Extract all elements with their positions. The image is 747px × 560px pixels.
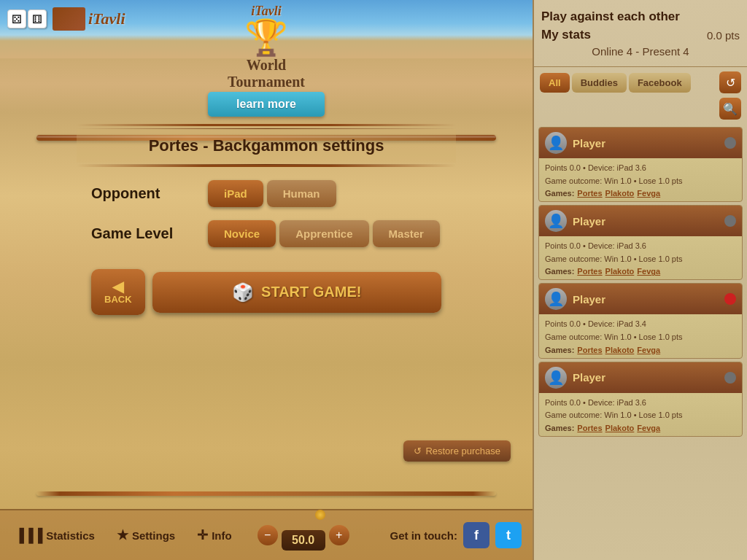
player-card-4-body: Points 0.0 • Device: iPad 3.6 Game outco…	[539, 393, 742, 436]
player-4-portes[interactable]: Portes	[577, 424, 602, 432]
player-1-portes[interactable]: Portes	[577, 189, 602, 198]
player-1-games-label: Games:	[545, 189, 574, 198]
player-card-1-header: 👤 Player	[539, 128, 742, 158]
player-2-avatar: 👤	[545, 210, 567, 232]
twitter-social-button[interactable]: t	[495, 522, 522, 548]
player-1-avatar: 👤	[545, 132, 567, 154]
player-3-indicator	[724, 293, 736, 305]
player-3-fevga[interactable]: Fevga	[637, 346, 660, 354]
learn-more-button[interactable]: learn more	[208, 92, 325, 117]
player-2-portes[interactable]: Portes	[577, 267, 602, 276]
filter-tabs: All Buddies Facebook ↺	[534, 67, 747, 98]
player-4-fevga[interactable]: Fevga	[637, 424, 660, 432]
player-3-stats-line2: Game outcome: Win 1.0 • Lose 1.0 pts	[545, 331, 736, 344]
player-card-2-header: 👤 Player	[539, 206, 742, 236]
player-3-avatar: 👤	[545, 288, 567, 310]
tournament-line2: Tournament	[208, 74, 325, 90]
level-apprentice-btn[interactable]: Apprentice	[279, 220, 368, 247]
statistics-icon: ▐▐▐	[15, 528, 42, 543]
player-4-games-label: Games:	[545, 424, 574, 432]
player-3-plakoto[interactable]: Plakoto	[605, 346, 635, 354]
volume-increase-button[interactable]: +	[329, 525, 349, 545]
player-1-indicator	[724, 137, 736, 149]
player-4-name: Player	[573, 371, 719, 384]
player-card-3-body: Points 0.0 • Device: iPad 3.4 Game outco…	[539, 314, 742, 357]
player-1-name: Player	[573, 137, 719, 149]
tournament-title-top: iTavli	[208, 4, 325, 19]
player-card-3-header: 👤 Player	[539, 284, 742, 314]
back-button[interactable]: ◀ BACK	[91, 269, 145, 315]
right-panel-header: Play against each other My stats 0.0 pts…	[534, 0, 747, 67]
player-4-stats-line2: Game outcome: Win 1.0 • Lose 1.0 pts	[545, 409, 736, 422]
tab-buddies[interactable]: Buddies	[572, 73, 627, 93]
search-icon: 🔍	[723, 102, 738, 116]
player-2-plakoto[interactable]: Plakoto	[605, 267, 635, 276]
player-4-stats-line1: Points 0.0 • Device: iPad 3.6	[545, 397, 736, 410]
player-card-4-header: 👤 Player	[539, 362, 742, 393]
player-4-indicator	[724, 372, 736, 384]
player-4-avatar: 👤	[545, 367, 567, 389]
logo-text: iTavli	[88, 9, 125, 28]
info-button[interactable]: ✛ Info	[193, 524, 236, 547]
player-card-1: 👤 Player Points 0.0 • Device: iPad 3.6 G…	[538, 127, 743, 202]
opponent-ipad-btn[interactable]: iPad	[208, 180, 263, 207]
player-4-games-row: Games: Portes Plakoto Fevga	[545, 424, 736, 432]
trophy-icon: 🏆	[208, 20, 325, 55]
settings-button[interactable]: ★ Settings	[113, 524, 179, 547]
player-1-fevga[interactable]: Fevga	[637, 189, 660, 198]
dice-image: ⚄ ⚅	[7, 9, 47, 28]
player-3-games-label: Games:	[545, 346, 574, 354]
volume-control: − 50.0 +	[258, 520, 349, 551]
statistics-label: Statistics	[46, 529, 95, 542]
level-novice-btn[interactable]: Novice	[208, 220, 276, 247]
die-1: ⚄	[7, 9, 26, 28]
player-1-plakoto[interactable]: Plakoto	[605, 189, 635, 198]
player-2-stats-line1: Points 0.0 • Device: iPad 3.6	[545, 240, 736, 253]
statistics-button[interactable]: ▐▐▐ Statistics	[11, 524, 98, 547]
volume-indicator	[315, 510, 325, 520]
player-2-games-row: Games: Portes Plakoto Fevga	[545, 267, 736, 276]
start-dice-icon: 🎲	[232, 282, 254, 303]
get-in-touch-label: Get in touch:	[390, 529, 458, 542]
player-2-fevga[interactable]: Fevga	[637, 267, 660, 276]
player-3-name: Player	[573, 293, 719, 306]
level-master-btn[interactable]: Master	[373, 220, 440, 247]
search-button[interactable]: 🔍	[719, 98, 741, 120]
bamboo-divider-bottom	[36, 491, 496, 496]
play-against-text: Play against each other	[541, 9, 740, 25]
tournament-area: iTavli 🏆 World Tournament learn more	[208, 4, 325, 117]
tab-facebook[interactable]: Facebook	[629, 73, 691, 93]
tournament-line1: World	[208, 57, 325, 74]
refresh-button[interactable]: ↺	[719, 71, 741, 93]
player-1-stats-line2: Game outcome: Win 1.0 • Lose 1.0 pts	[545, 175, 736, 188]
online-text: Online 4 - Present 4	[541, 42, 740, 61]
player-card-3: 👤 Player Points 0.0 • Device: iPad 3.4 G…	[538, 283, 743, 358]
main-area: ⚄ ⚅ iTavli iTavli 🏆 World Tournament lea…	[0, 0, 533, 560]
player-card-1-body: Points 0.0 • Device: iPad 3.6 Game outco…	[539, 158, 742, 201]
player-2-games-label: Games:	[545, 267, 574, 276]
my-stats-pts: 0.0 pts	[707, 29, 740, 42]
stats-row: My stats 0.0 pts	[541, 28, 740, 42]
opponent-btn-group: iPad Human	[208, 180, 336, 207]
player-2-name: Player	[573, 215, 719, 228]
info-label: Info	[212, 529, 232, 542]
refresh-icon: ↺	[726, 76, 735, 90]
logo-area: ⚄ ⚅ iTavli	[7, 7, 125, 31]
divider-top	[77, 124, 456, 126]
settings-icon: ★	[117, 527, 128, 543]
restore-purchase-button[interactable]: ↺ Restore purchase	[403, 440, 511, 462]
opponent-row: Opponent iPad Human	[77, 180, 456, 207]
start-game-button[interactable]: 🎲 START GAME!	[152, 272, 441, 313]
volume-decrease-button[interactable]: −	[258, 525, 278, 545]
tab-all[interactable]: All	[540, 73, 570, 93]
facebook-social-button[interactable]: f	[463, 522, 489, 548]
get-in-touch-section: Get in touch: f t	[390, 522, 522, 548]
search-row: 🔍	[534, 98, 747, 124]
player-card-4: 👤 Player Points 0.0 • Device: iPad 3.6 G…	[538, 362, 743, 437]
player-1-games-row: Games: Portes Plakoto Fevga	[545, 189, 736, 198]
opponent-human-btn[interactable]: Human	[267, 180, 336, 207]
player-4-plakoto[interactable]: Plakoto	[605, 424, 635, 432]
info-icon: ✛	[197, 527, 208, 543]
die-2: ⚅	[28, 9, 47, 28]
player-3-portes[interactable]: Portes	[577, 346, 602, 354]
